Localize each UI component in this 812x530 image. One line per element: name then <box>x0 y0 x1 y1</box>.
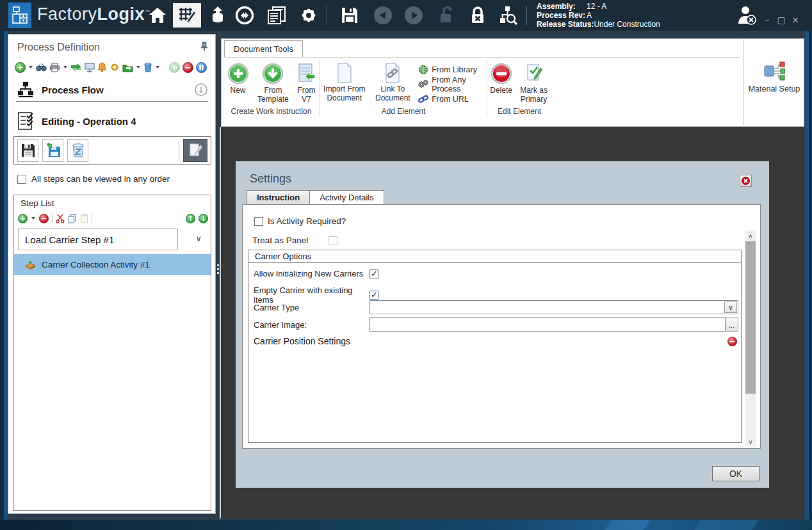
tab-activity-details[interactable]: Activity Details <box>309 190 384 205</box>
vertical-scrollbar[interactable]: ∧ ∨ <box>745 230 756 447</box>
dialog-title: Settings <box>250 172 291 186</box>
unlock-button[interactable] <box>435 3 459 28</box>
ok-button[interactable]: OK <box>712 466 759 481</box>
carrier-image-row: Carrier Image: ... <box>254 317 738 332</box>
empty-carrier-checkbox[interactable] <box>369 291 378 300</box>
material-setup-button[interactable]: Material Setup <box>744 39 804 126</box>
remove-step-button[interactable]: − <box>39 214 49 223</box>
carrier-type-combobox[interactable]: ∨ <box>369 300 738 314</box>
mark-as-primary-button[interactable]: Mark as Primary <box>517 61 550 104</box>
add-operation-dropdown-icon[interactable] <box>29 66 33 68</box>
scrollbar-thumb[interactable] <box>745 241 756 394</box>
process-editor-button[interactable] <box>173 3 201 28</box>
print-button[interactable] <box>49 63 60 72</box>
copy-button[interactable] <box>68 214 77 223</box>
home-button[interactable] <box>146 3 169 28</box>
assembly-value: 12 - A <box>587 2 606 11</box>
save-button[interactable] <box>338 3 361 28</box>
add-step-dropdown-icon[interactable] <box>31 217 35 220</box>
delete-element-button[interactable]: Delete <box>489 61 514 95</box>
step-name-input[interactable] <box>18 229 178 250</box>
recycle-button[interactable] <box>143 62 152 72</box>
is-activity-required-checkbox[interactable] <box>254 217 263 226</box>
from-library-button[interactable]: From Library <box>418 63 485 76</box>
activity-list-item-selected[interactable]: Carrier Collection Activity #1 <box>14 254 211 275</box>
process-flow-row[interactable]: Process Flow ↓ <box>17 79 207 100</box>
allow-initializing-row[interactable]: Allow Initializing New Carriers <box>254 269 378 278</box>
delete-icon <box>491 63 512 84</box>
allow-initializing-checkbox[interactable] <box>369 269 378 278</box>
maximize-button[interactable]: ▢ <box>775 14 788 26</box>
collapse-arrow-icon[interactable]: ↓ <box>195 83 207 96</box>
presentation-button[interactable] <box>85 62 95 72</box>
forward-button[interactable] <box>402 3 425 28</box>
move-step-up-button[interactable]: ↑ <box>186 214 195 223</box>
settings-gear-button[interactable] <box>297 3 320 28</box>
export-dropdown-icon[interactable] <box>136 66 140 68</box>
process-flow-icon <box>17 81 34 98</box>
start-button[interactable]: + <box>169 62 180 73</box>
group-separator <box>487 60 487 117</box>
order-checkbox[interactable] <box>17 175 26 184</box>
edit-mode-button[interactable] <box>183 139 207 162</box>
user-logout-button[interactable] <box>735 3 758 28</box>
add-operation-button[interactable]: + <box>15 62 26 73</box>
splitter-grip[interactable] <box>217 264 219 275</box>
from-template-button[interactable]: From Template <box>256 61 291 104</box>
new-instruction-button[interactable]: New <box>224 61 252 95</box>
titlebar-separator <box>526 6 527 25</box>
print-dropdown-icon[interactable] <box>63 66 67 68</box>
carrier-position-row: Carrier Position Settings − <box>254 336 737 346</box>
browse-image-button[interactable]: ... <box>726 317 738 332</box>
remove-position-button[interactable]: − <box>727 337 737 346</box>
import-operation-button[interactable] <box>42 139 63 162</box>
from-any-process-button[interactable]: From Any Process <box>418 78 485 90</box>
is-activity-required-row[interactable]: Is Activity Required? <box>254 216 346 226</box>
find-button[interactable] <box>36 63 47 72</box>
pin-icon[interactable] <box>200 42 209 52</box>
process-definition-panel: Process Definition + + − <box>8 34 216 514</box>
pause-button[interactable] <box>196 62 207 73</box>
process-flow-label: Process Flow <box>42 84 104 95</box>
settings-gear-button[interactable] <box>110 62 120 72</box>
editing-operation-label: Editing - Operation 4 <box>42 116 136 127</box>
carrier-image-input[interactable] <box>369 317 726 332</box>
toolbar-separator <box>52 214 53 223</box>
group-edit-element: Delete Mark as Primary Edit Element <box>489 58 550 118</box>
from-url-button[interactable]: From URL <box>418 93 485 105</box>
export-button[interactable] <box>122 63 133 72</box>
alert-bell-button[interactable] <box>97 62 107 72</box>
add-step-button[interactable]: + <box>18 214 28 223</box>
import-from-document-button[interactable]: Import From Document <box>321 61 368 103</box>
back-button[interactable] <box>371 3 394 28</box>
close-button[interactable]: × <box>789 14 802 26</box>
reports-button[interactable] <box>265 3 288 28</box>
reroute-button[interactable] <box>70 63 82 72</box>
move-step-down-button[interactable]: ↓ <box>199 214 208 223</box>
tab-document-tools[interactable]: Document Tools <box>224 40 303 57</box>
app-window: FactoryLogix™ <box>0 0 812 530</box>
release-status-value: Under Construction <box>594 20 660 29</box>
process-search-button[interactable] <box>497 3 520 28</box>
stop-button[interactable]: − <box>183 62 193 73</box>
save-operation-button[interactable] <box>17 139 38 162</box>
import-data-button[interactable] <box>206 3 229 28</box>
discard-operation-button[interactable] <box>67 139 88 162</box>
scroll-down-icon[interactable]: ∨ <box>745 436 756 447</box>
minimize-button[interactable]: – <box>761 14 774 26</box>
order-checkbox-row[interactable]: All steps can be viewed in any order <box>17 174 170 184</box>
combo-dropdown-icon[interactable]: ∨ <box>724 301 737 313</box>
sync-button[interactable] <box>233 3 256 28</box>
lock-close-button[interactable] <box>466 3 489 28</box>
paste-button[interactable] <box>80 214 88 223</box>
recycle-dropdown-icon[interactable] <box>156 66 159 68</box>
dialog-close-button[interactable] <box>740 175 752 187</box>
tab-instruction[interactable]: Instruction <box>247 190 309 205</box>
cut-button[interactable] <box>56 214 65 223</box>
process-gears-icon <box>418 79 428 90</box>
link-to-document-button[interactable]: Link To Document <box>374 61 412 103</box>
button-bar-separator <box>179 140 179 161</box>
step-expand-chevron-icon[interactable]: ∨ <box>195 234 202 243</box>
from-v7-button[interactable]: From V7 <box>295 61 318 104</box>
scroll-up-icon[interactable]: ∧ <box>745 230 756 241</box>
